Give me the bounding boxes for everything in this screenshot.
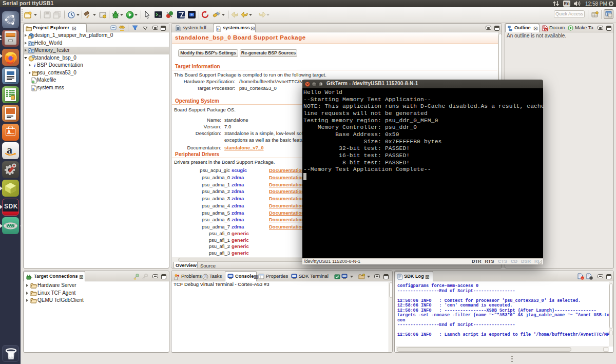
svg-text:A: A — [545, 28, 547, 31]
svg-text:C: C — [31, 49, 33, 53]
svg-text:C: C — [31, 42, 33, 46]
